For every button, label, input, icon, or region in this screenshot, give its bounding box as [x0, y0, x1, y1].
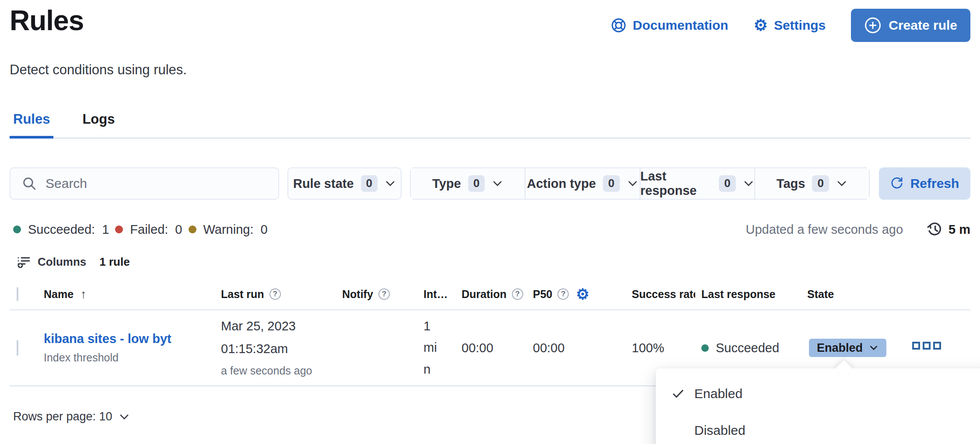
chevron-down-icon: [385, 178, 396, 189]
chevron-down-icon: [836, 178, 847, 189]
sort-ascending-icon: ↑: [80, 288, 87, 301]
chevron-down-icon: [869, 343, 878, 353]
warning-dot-icon: [189, 225, 196, 233]
p50-settings-gear-icon[interactable]: ⚙: [576, 287, 589, 302]
column-header-state: State: [807, 288, 912, 301]
last-run-time: 01:15:32am: [221, 341, 342, 357]
menu-item-enabled-label: Enabled: [694, 386, 742, 401]
row-actions-button[interactable]: [912, 342, 941, 352]
filter-type-label: Type: [432, 177, 461, 191]
chevron-down-icon: [492, 178, 503, 189]
page-subtitle: Detect conditions using rules.: [10, 62, 187, 78]
failed-label: Failed:: [130, 222, 168, 237]
interval-header-label: Interval: [424, 288, 451, 301]
filter-tags-label: Tags: [777, 177, 805, 191]
tab-logs[interactable]: Logs: [79, 111, 118, 138]
table-header: Name ↑ Last run ? Notify ? Interval Dura…: [10, 279, 970, 310]
documentation-label: Documentation: [633, 18, 728, 33]
menu-item-enabled[interactable]: Enabled: [656, 375, 980, 412]
refresh-icon: [890, 177, 903, 190]
select-all-checkbox[interactable]: [17, 287, 18, 301]
state-value: Enabled: [817, 341, 863, 355]
menu-item-disabled-label: Disabled: [694, 423, 746, 438]
rows-per-page-button[interactable]: Rows per page: 10: [13, 410, 130, 423]
chevron-down-icon: [743, 178, 754, 189]
p50-header-label: P50: [533, 288, 552, 301]
page-header: Rules Documentation ⚙ Settings Create ru…: [10, 4, 970, 42]
help-icon[interactable]: ?: [378, 288, 390, 300]
search-icon: [22, 176, 37, 191]
lifebuoy-icon: [611, 17, 626, 33]
refresh-interval-value: 5 m: [948, 222, 970, 237]
column-header-interval: Interval: [424, 288, 462, 301]
tab-bar: Rules Logs: [10, 111, 970, 139]
filter-action-type[interactable]: Action type 0: [525, 168, 639, 199]
state-dropdown-badge[interactable]: Enabled: [809, 339, 886, 357]
menu-item-disabled[interactable]: Disabled: [656, 412, 980, 444]
state-dropdown-menu: Enabled Disabled: [656, 368, 980, 444]
columns-button[interactable]: Columns: [17, 255, 86, 269]
search-box[interactable]: [10, 167, 279, 200]
filter-last-response[interactable]: Last response 0: [640, 168, 754, 199]
column-header-last-run: Last run ?: [221, 288, 342, 301]
state-header-label: State: [807, 288, 834, 301]
status-bar: Succeeded: 1 Failed: 0 Warning: 0 Update…: [13, 221, 970, 238]
failed-dot-icon: [115, 225, 123, 233]
filter-last-response-label: Last response: [640, 169, 712, 198]
success-rate-cell: 100%: [632, 341, 701, 355]
column-header-success-rate: Success rate: [632, 288, 701, 301]
settings-link[interactable]: ⚙ Settings: [754, 17, 826, 33]
filter-type[interactable]: Type 0: [411, 168, 525, 199]
tab-rules[interactable]: Rules: [10, 111, 53, 138]
filter-type-count: 0: [468, 175, 485, 191]
column-header-p50: P50 ? ⚙: [533, 287, 632, 302]
gear-icon: ⚙: [754, 17, 768, 33]
last-run-relative: a few seconds ago: [221, 364, 342, 377]
filter-group: Type 0 Action type 0 Last response 0 Tag…: [410, 167, 870, 200]
filter-rule-state-label: Rule state: [293, 177, 354, 191]
warning-label: Warning:: [203, 222, 254, 237]
rule-name-link[interactable]: kibana sites - low byte: [44, 332, 172, 346]
page-title: Rules: [10, 4, 84, 37]
column-header-last-response: Last response: [701, 288, 807, 301]
duration-cell: 00:00: [462, 341, 533, 355]
rows-per-page-label: Rows per page: 10: [13, 410, 112, 423]
auto-refresh-button[interactable]: 5 m: [927, 222, 970, 237]
name-header-label: Name: [44, 288, 74, 301]
rule-count: 1 rule: [99, 255, 130, 269]
status-right: Updated a few seconds ago 5 m: [746, 222, 970, 237]
interval-cell: 1 min: [424, 316, 462, 380]
help-icon[interactable]: ?: [557, 288, 569, 300]
help-icon[interactable]: ?: [512, 288, 523, 300]
succeeded-dot-icon: [701, 344, 709, 352]
help-icon[interactable]: ?: [270, 288, 281, 300]
header-actions: Documentation ⚙ Settings Create rule: [611, 9, 970, 42]
row-checkbox[interactable]: [17, 340, 18, 356]
filter-tags[interactable]: Tags 0: [754, 168, 869, 199]
rule-name-cell: kibana sites - low byte Index threshold: [44, 332, 221, 364]
refresh-button[interactable]: Refresh: [879, 167, 970, 200]
filter-action-type-label: Action type: [527, 177, 596, 191]
success-rate-header-label: Success rate: [632, 288, 695, 301]
status-succeeded: Succeeded: 1: [13, 222, 109, 237]
column-header-name[interactable]: Name ↑: [44, 288, 221, 301]
warning-value: 0: [260, 222, 267, 237]
status-failed: Failed: 0: [115, 222, 182, 237]
succeeded-label: Succeeded:: [28, 222, 95, 237]
check-icon: [672, 387, 686, 400]
succeeded-dot-icon: [13, 225, 21, 233]
create-rule-button[interactable]: Create rule: [851, 9, 970, 42]
interval-value: 1 min: [424, 316, 442, 380]
filter-rule-state[interactable]: Rule state 0: [287, 167, 402, 200]
documentation-link[interactable]: Documentation: [611, 17, 728, 33]
columns-label: Columns: [38, 255, 86, 269]
time-refresh-icon: [927, 222, 942, 237]
succeeded-value: 1: [102, 222, 109, 237]
table-toolbar: Columns 1 rule: [17, 255, 130, 269]
last-updated-text: Updated a few seconds ago: [746, 222, 903, 237]
settings-label: Settings: [774, 18, 826, 33]
search-input[interactable]: [46, 176, 267, 191]
rules-toolbar: Rule state 0 Type 0 Action type 0 Last r…: [10, 167, 970, 200]
last-run-cell: Mar 25, 2023 01:15:32am a few seconds ag…: [221, 319, 342, 377]
chevron-down-icon: [119, 411, 130, 423]
